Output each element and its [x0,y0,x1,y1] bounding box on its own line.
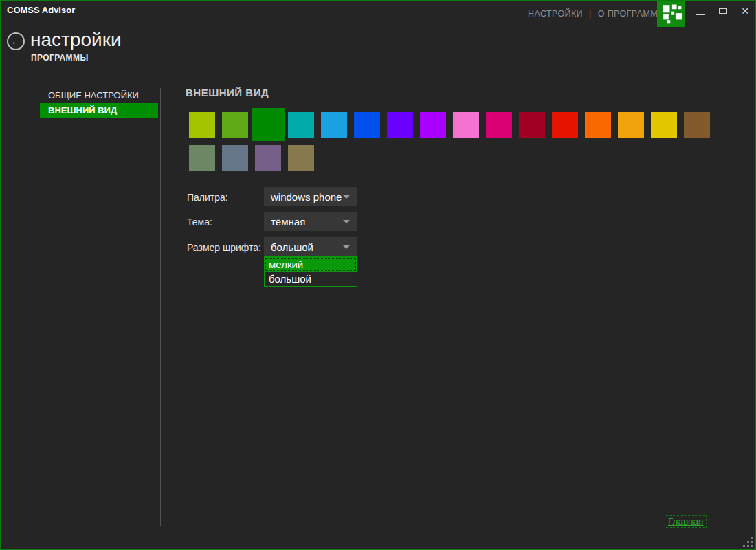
menu-about[interactable]: О ПРОГРАММЕ [598,9,664,19]
palette-swatch-indigo[interactable] [387,112,413,138]
sidebar-item-appearance[interactable]: ВНЕШНИЙ ВИД [40,103,158,118]
palette-dropdown[interactable]: windows phone [264,187,357,206]
palette-swatch-lime[interactable] [189,112,215,138]
titlebar-menu: НАСТРОЙКИ | О ПРОГРАММЕ [528,9,664,19]
back-button[interactable]: ← [7,32,25,50]
palette-swatch-cobalt[interactable] [354,112,380,138]
sidebar-item-general[interactable]: ОБЩИЕ НАСТРОЙКИ [40,88,158,102]
menu-settings[interactable]: НАСТРОЙКИ [528,9,583,19]
chevron-down-icon [343,220,350,223]
palette-swatch-pink[interactable] [453,112,479,138]
palette-swatch-emerald[interactable] [252,108,285,141]
page-subtitle: ПРОГРАММЫ [31,53,89,63]
section-title: ВНЕШНИЙ ВИД [186,87,269,98]
palette-swatch-orange[interactable] [585,112,611,138]
theme-dropdown[interactable]: тёмная [264,212,357,231]
palette-swatches [189,108,732,177]
page-title: настройки [30,29,122,51]
palette-swatch-amber[interactable] [618,112,644,138]
palette-swatch-red[interactable] [552,112,578,138]
font-size-dropdown[interactable]: большой [264,237,357,256]
chevron-down-icon [343,195,350,199]
palette-swatch-steel[interactable] [222,145,248,171]
window-title: COMSS Advisor [7,5,75,15]
theme-field-label: Тема: [187,217,212,228]
palette-dropdown-value: windows phone [271,191,343,203]
minimize-icon [696,14,705,15]
palette-swatch-mauve[interactable] [255,145,281,171]
menu-separator: | [589,9,592,19]
palette-swatch-olive[interactable] [189,145,215,171]
font-size-dropdown-value: большой [271,241,343,253]
maximize-button[interactable] [713,1,733,21]
palette-swatch-crimson[interactable] [519,112,545,138]
palette-swatch-violet[interactable] [420,112,446,138]
palette-swatch-yellow[interactable] [651,112,677,138]
font-size-field-label: Размер шрифта: [187,242,261,253]
palette-swatch-teal[interactable] [288,112,314,138]
palette-swatch-green[interactable] [222,112,248,138]
palette-swatch-magenta[interactable] [486,112,512,138]
close-icon: ✕ [741,6,749,16]
back-arrow-icon: ← [11,36,21,46]
palette-swatch-brown[interactable] [684,112,710,138]
palette-swatch-taupe[interactable] [288,145,314,171]
chevron-down-icon [343,245,350,249]
settings-nav: ОБЩИЕ НАСТРОЙКИ ВНЕШНИЙ ВИД [40,88,158,118]
dropdown-option-large[interactable]: большой [265,272,357,286]
theme-dropdown-value: тёмная [271,216,343,228]
dropdown-option-small[interactable]: мелкий [265,257,357,272]
palette-field-label: Палитра: [187,192,228,203]
window-border [0,0,756,550]
sidebar-divider [160,88,161,526]
maximize-icon [719,8,727,14]
home-link[interactable]: Главная [665,515,707,528]
palette-swatch-cyan[interactable] [321,112,347,138]
resize-grip[interactable] [743,537,754,548]
font-size-dropdown-list: мелкий большой [264,256,357,287]
minimize-button[interactable] [691,1,710,21]
app-logo-icon [657,1,685,27]
close-button[interactable]: ✕ [735,1,755,21]
